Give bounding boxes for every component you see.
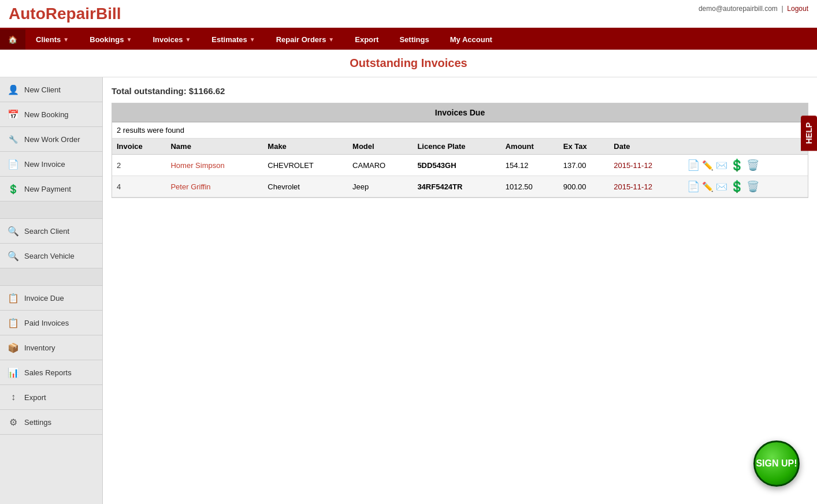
calendar-icon: 📅	[7, 108, 20, 121]
col-model: Model	[348, 139, 413, 155]
cell-actions: 📄 ✏️ ✉️ 💲 🗑️	[682, 155, 808, 176]
cell-model: CAMARO	[348, 155, 413, 176]
sidebar-label-search-vehicle: Search Vehicle	[24, 252, 75, 260]
app-logo: AutoRepairBill	[9, 5, 121, 23]
sidebar-label-new-invoice: New Invoice	[24, 160, 65, 169]
cell-invoice: 4	[112, 176, 166, 197]
sidebar-divider	[0, 201, 102, 219]
nav-repair-orders[interactable]: Repair Orders ▼	[266, 29, 345, 50]
nav-settings[interactable]: Settings	[389, 29, 439, 50]
signup-button[interactable]: SIGN UP!	[753, 440, 800, 487]
nav-home[interactable]: 🏠	[0, 29, 25, 50]
delete-icon[interactable]: 🗑️	[747, 159, 759, 171]
sidebar-item-new-payment[interactable]: 💲 New Payment	[0, 177, 102, 201]
logout-link[interactable]: Logout	[787, 5, 808, 13]
sidebar-label-export: Export	[24, 393, 46, 402]
main-layout: 👤 New Client 📅 New Booking 🔧 New Work Or…	[0, 77, 817, 504]
delete-icon[interactable]: 🗑️	[747, 180, 759, 193]
cell-name: Peter Griffin	[166, 176, 263, 197]
sidebar-item-new-work-order[interactable]: 🔧 New Work Order	[0, 127, 102, 152]
col-actions	[682, 139, 808, 155]
edit-icon[interactable]: ✏️	[702, 181, 714, 192]
cell-plate: 5DD543GH	[413, 155, 500, 176]
sidebar-item-new-booking[interactable]: 📅 New Booking	[0, 102, 102, 127]
sidebar-label-sales-reports: Sales Reports	[24, 368, 72, 377]
sidebar-item-export[interactable]: ↕ Export	[0, 385, 102, 410]
sales-reports-icon: 📊	[7, 366, 20, 379]
pay-icon[interactable]: 💲	[730, 180, 744, 193]
pay-icon[interactable]: 💲	[730, 158, 744, 172]
help-tab[interactable]: HELP	[801, 115, 817, 151]
invoices-table-wrap: Invoices Due 2 results were found Invoic…	[112, 103, 808, 198]
sidebar-label-settings: Settings	[24, 418, 51, 427]
sidebar-item-settings[interactable]: ⚙ Settings	[0, 410, 102, 435]
nav-invoices[interactable]: Invoices ▼	[142, 29, 201, 50]
sidebar-label-new-work-order: New Work Order	[24, 135, 80, 144]
pdf-icon[interactable]: 📄	[687, 180, 700, 193]
email-icon[interactable]: ✉️	[716, 181, 727, 192]
results-info: 2 results were found	[112, 122, 808, 139]
nav-my-account[interactable]: My Account	[440, 29, 503, 50]
sidebar-item-sales-reports[interactable]: 📊 Sales Reports	[0, 360, 102, 385]
sidebar-label-search-client: Search Client	[24, 227, 69, 236]
nav-clients[interactable]: Clients ▼	[25, 29, 79, 50]
export-icon: ↕	[7, 391, 20, 404]
nav-estimates-arrow: ▼	[250, 36, 255, 43]
person-icon: 👤	[7, 83, 20, 96]
cell-invoice: 2	[112, 155, 166, 176]
sidebar-label-new-payment: New Payment	[24, 185, 71, 193]
table-header-bar: Invoices Due	[112, 103, 808, 122]
invoice-icon: 📄	[7, 158, 20, 170]
table-row: 2 Homer Simpson CHEVROLET CAMARO 5DD543G…	[112, 155, 808, 176]
cell-model: Jeep	[348, 176, 413, 197]
sidebar-item-search-vehicle[interactable]: 🔍 Search Vehicle	[0, 244, 102, 268]
cell-plate: 34RF5424TR	[413, 176, 500, 197]
top-bar: AutoRepairBill demo@autorepairbill.com |…	[0, 0, 817, 29]
sidebar-label-invoice-due: Invoice Due	[24, 294, 64, 303]
logo-part1: AutoRepair	[9, 5, 96, 23]
sidebar-item-inventory[interactable]: 📦 Inventory	[0, 335, 102, 360]
main-content: Total outstanding: $1166.62 Invoices Due…	[103, 77, 817, 504]
nav-invoices-arrow: ▼	[185, 36, 191, 43]
cell-date: 2015-11-12	[609, 155, 682, 176]
pdf-icon[interactable]: 📄	[687, 159, 700, 171]
cell-actions: 📄 ✏️ ✉️ 💲 🗑️	[682, 176, 808, 197]
page-title: Outstanding Invoices	[0, 50, 817, 77]
sidebar-divider2	[0, 268, 102, 286]
paid-invoices-icon: 📋	[7, 316, 20, 329]
cell-amount: 1012.50	[501, 176, 559, 197]
user-info: demo@autorepairbill.com | Logout	[699, 5, 808, 13]
sidebar-item-new-client[interactable]: 👤 New Client	[0, 77, 102, 102]
email-icon[interactable]: ✉️	[716, 160, 727, 171]
total-outstanding: Total outstanding: $1166.62	[112, 86, 808, 96]
user-email: demo@autorepairbill.com	[699, 5, 778, 13]
sidebar-item-paid-invoices[interactable]: 📋 Paid Invoices	[0, 311, 102, 335]
main-nav: 🏠 Clients ▼ Bookings ▼ Invoices ▼ Estima…	[0, 29, 817, 50]
nav-bookings[interactable]: Bookings ▼	[79, 29, 142, 50]
sidebar-label-inventory: Inventory	[24, 344, 55, 352]
table-row: 4 Peter Griffin Chevrolet Jeep 34RF5424T…	[112, 176, 808, 197]
nav-repair-orders-arrow: ▼	[328, 36, 334, 43]
dollar-icon: 💲	[7, 182, 20, 195]
sidebar-label-paid-invoices: Paid Invoices	[24, 319, 69, 327]
edit-icon[interactable]: ✏️	[702, 160, 714, 171]
sidebar-item-invoice-due[interactable]: 📋 Invoice Due	[0, 286, 102, 311]
cell-extax: 900.00	[559, 176, 610, 197]
sidebar-label-new-client: New Client	[24, 85, 61, 94]
nav-estimates[interactable]: Estimates ▼	[201, 29, 265, 50]
sidebar-item-search-client[interactable]: 🔍 Search Client	[0, 219, 102, 244]
settings-icon: ⚙	[7, 416, 20, 428]
search-vehicle-icon: 🔍	[7, 249, 20, 262]
cell-extax: 137.00	[559, 155, 610, 176]
nav-clients-arrow: ▼	[63, 36, 69, 43]
workorder-icon: 🔧	[7, 133, 20, 145]
table-header-row: Invoice Name Make Model Licence Plate Am…	[112, 139, 808, 155]
cell-date: 2015-11-12	[609, 176, 682, 197]
col-extax: Ex Tax	[559, 139, 610, 155]
sidebar: 👤 New Client 📅 New Booking 🔧 New Work Or…	[0, 77, 103, 504]
cell-amount: 154.12	[501, 155, 559, 176]
sidebar-item-new-invoice[interactable]: 📄 New Invoice	[0, 152, 102, 177]
col-date: Date	[609, 139, 682, 155]
nav-export[interactable]: Export	[344, 29, 389, 50]
nav-bookings-arrow: ▼	[126, 36, 132, 43]
